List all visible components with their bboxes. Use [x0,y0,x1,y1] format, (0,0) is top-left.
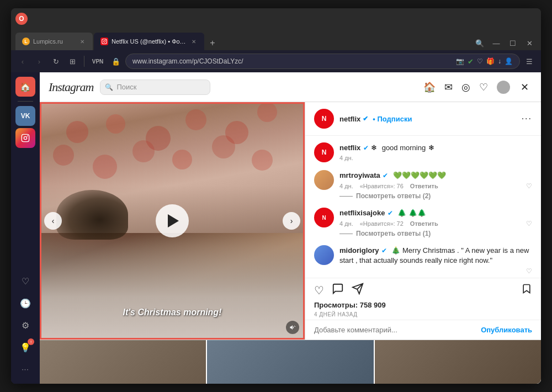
ig-close-button[interactable]: ✕ [517,80,532,95]
comment-meta-netflixisajoke: 4 дн. «Нравится»: 72 Ответить ♡ [339,220,532,227]
browser-window: O L Lumpics.ru ✕ Netflix US (@netflix) •… [11,8,541,384]
heart-icon-addr: ♡ [477,57,483,65]
like-button[interactable]: ♡ [314,284,324,297]
ig-messenger-icon[interactable]: ✉ [444,81,453,93]
hair-silhouette [56,190,128,240]
comment-username-mrtroyiwata[interactable]: mrtroyiwata [339,171,380,179]
sidebar-vk[interactable]: VK [15,106,35,126]
view-replies-mrtroyiwata[interactable]: Посмотреть ответы (2) [339,192,532,200]
post-nav-right[interactable]: › [283,212,300,230]
comment-heart-netflixisajoke[interactable]: ♡ [526,220,532,227]
address-bar-row: ‹ › ↻ ⊞ VPN 🔒 www.instagram.com/p/CJOStD… [11,50,541,72]
main-comment-meta: 4 дн. [339,155,532,161]
share-button[interactable] [352,283,364,298]
comment-reply-netflixisajoke[interactable]: Ответить [410,220,438,227]
comment-avatar-mrtroyiwata[interactable] [314,170,334,190]
post-nav-left[interactable]: ‹ [44,212,62,230]
views-label: Просмотры: [314,301,358,309]
bottom-thumb-3[interactable] [375,340,541,384]
view-replies-text: Посмотреть ответы (2) [356,192,431,200]
ig-heart-icon[interactable]: ♡ [479,81,488,93]
tab-instagram[interactable]: Netflix US (@netflix) • Фот... ✕ [94,33,204,50]
sidebar-more[interactable]: ··· [15,359,35,379]
bottom-thumb-2[interactable] [207,340,373,384]
comment-verified-netflixisajoke: ✔ [388,209,393,217]
view-replies-netflixisajoke[interactable]: Посмотреть ответы (1) [339,230,532,237]
ig-avatar[interactable] [497,81,510,94]
comment-button[interactable] [332,283,344,298]
sidebar-bulb[interactable]: 💡 ! [15,337,35,357]
comment-avatar-midoriglory[interactable] [314,245,334,265]
follow-button[interactable]: • Подписки [373,115,412,123]
tab-lumpics[interactable]: L Lumpics.ru ✕ [15,33,93,50]
window-maximize-btn[interactable]: ☐ [506,36,520,50]
ig-post-view: It's Christmas morning! ‹ › N [40,102,541,340]
forward-button[interactable]: › [32,54,46,68]
sidebar-instagram[interactable] [15,128,35,148]
bottom-thumbnails-strip [40,340,541,384]
comment-input[interactable] [314,326,475,334]
comment-text-row-netflixisajoke: netflixisajoke ✔ 🌲 🌲🌲 [339,208,532,218]
comment-input-area: Опубликовать [305,320,541,340]
window-search-btn[interactable]: 🔍 [473,36,487,50]
tab-instagram-title: Netflix US (@netflix) • Фот... [112,38,187,45]
video-caption: It's Christmas morning! [40,308,305,317]
lock-icon: 🔒 [109,54,123,68]
main-comment-avatar[interactable]: N [314,142,334,162]
comment-likes-netflixisajoke: «Нравится»: 72 [360,220,404,227]
main-comment-username[interactable]: netflix [339,144,360,152]
ig-compass-icon[interactable]: ◎ [461,81,470,93]
author-avatar[interactable]: N [314,109,334,129]
views-count: 758 909 [360,301,386,309]
sidebar-settings[interactable]: ⚙ [15,315,35,335]
window-close-btn[interactable]: ✕ [522,36,537,50]
comment-username-netflixisajoke[interactable]: netflixisajoke [339,209,385,217]
reload-button[interactable]: ↻ [49,54,63,68]
comment-meta-mrtroyiwata: 4 дн. «Нравится»: 76 Ответить ♡ [339,182,532,190]
tab-grid-button[interactable]: ⊞ [65,54,79,68]
vpn-button[interactable]: VPN [89,54,107,68]
address-bar[interactable]: www.instagram.com/p/CJOStDaLYzc/ 📷 ✔ ♡ 🎁… [125,54,520,69]
tab-lumpics-title: Lumpics.ru [33,38,75,45]
post-right-panel: N netflix ✔ • Подписки ··· [305,102,541,340]
sidebar-heart[interactable]: ♡ [15,271,35,291]
back-button[interactable]: ‹ [15,54,30,68]
bottom-thumb-1[interactable] [40,340,206,384]
comment-username-midoriglory[interactable]: midoriglory [339,246,379,255]
comment-heart-midoriglory[interactable]: ♡ [526,267,532,275]
tab-instagram-close[interactable]: ✕ [190,38,198,45]
comment-body-mrtroyiwata: mrtroyiwata ✔ 💚💚💚💚💚💚 4 дн. «Нравится»: 7… [339,170,532,200]
video-background: It's Christmas morning! [40,102,305,340]
sidebar-clock[interactable]: 🕒 [15,293,35,313]
mute-button[interactable] [286,321,299,334]
instagram-page: Instagram 🔍 Поиск 🏠 ✉ ◎ ♡ ✕ [40,72,541,384]
blanket [40,233,305,340]
comment-text-netflixisajoke: 🌲 🌲🌲 [397,209,426,217]
search-bar[interactable]: 🔍 Поиск [100,80,210,95]
comment-midoriglory: midoriglory ✔ 🎄 Merry Christmas . " A ne… [314,245,532,275]
profile-icon: 👤 [505,57,513,65]
tab-lumpics-close[interactable]: ✕ [78,38,86,45]
address-bar-icons: 📷 ✔ ♡ 🎁 ↓ 👤 [456,57,513,66]
author-username[interactable]: netflix [339,115,360,123]
post-comment-button[interactable]: Опубликовать [481,326,532,334]
ig-home-icon[interactable]: 🏠 [423,81,436,93]
right-nav-icons: ☰ [522,54,537,68]
comment-heart-mrtroyiwata[interactable]: ♡ [526,182,532,190]
opera-icon: O [15,13,28,25]
settings-button[interactable]: ☰ [522,54,537,68]
new-tab-button[interactable]: + [205,36,220,50]
comment-reply-mrtroyiwata[interactable]: Ответить [410,183,438,189]
comment-avatar-netflixisajoke[interactable]: N [314,208,334,227]
sidebar-home[interactable]: 🏠 [15,77,35,97]
svg-rect-0 [102,39,107,44]
window-minimize-btn[interactable]: — [489,36,503,50]
play-button[interactable] [156,204,189,237]
camera-icon: 📷 [456,57,464,65]
post-header-more[interactable]: ··· [522,114,532,124]
bookmark-button[interactable] [521,283,532,297]
post-video-area: It's Christmas morning! ‹ › [40,102,305,340]
ig-header: Instagram 🔍 Поиск 🏠 ✉ ◎ ♡ ✕ [40,72,541,102]
comment-text-row-mrtroyiwata: mrtroyiwata ✔ 💚💚💚💚💚💚 [339,170,532,180]
comment-meta-midoriglory: ♡ [339,267,532,275]
